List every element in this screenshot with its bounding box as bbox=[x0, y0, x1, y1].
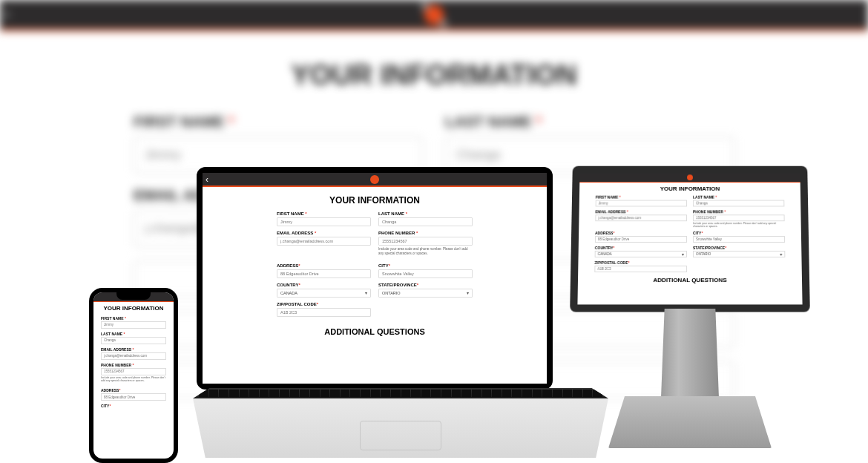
country-label: COUNTRY* bbox=[277, 283, 371, 287]
phone-input[interactable]: 15551234567 bbox=[378, 237, 473, 246]
phone-label: PHONE NUMBER * bbox=[693, 209, 785, 214]
address-label: ADDRESS* bbox=[101, 388, 166, 393]
address-label: ADDRESS* bbox=[277, 263, 371, 268]
logo-icon bbox=[424, 5, 444, 24]
last-name-label: LAST NAME * bbox=[693, 195, 784, 200]
phone-hint: Include your area code and phone number.… bbox=[101, 376, 166, 382]
bg-page-title: YOUR INFORMATION bbox=[134, 59, 734, 91]
page-title: YOUR INFORMATION bbox=[596, 185, 784, 192]
phone-input[interactable]: 15551234567 bbox=[693, 214, 785, 221]
logo-icon bbox=[687, 174, 693, 180]
kiosk-mockup: YOUR INFORMATION FIRST NAME * Jimmy LAST… bbox=[571, 165, 809, 448]
address-input[interactable]: 88 Edgeauditor Drive bbox=[101, 393, 166, 401]
state-select[interactable]: ONTARIO▾ bbox=[693, 251, 785, 257]
last-name-label: LAST NAME * bbox=[101, 332, 166, 336]
phone-hint: Include your area code and phone number.… bbox=[693, 222, 785, 228]
country-label: COUNTRY* bbox=[595, 246, 687, 250]
city-label: CITY* bbox=[693, 231, 785, 235]
address-input[interactable]: 88 Edgeauditor Drive bbox=[595, 236, 687, 243]
first-name-input[interactable]: Jimmy bbox=[277, 217, 371, 226]
kiosk-screen: YOUR INFORMATION FIRST NAME * Jimmy LAST… bbox=[570, 166, 810, 312]
address-input[interactable]: 88 Edgeauditor Drive bbox=[277, 269, 371, 278]
phone-label: PHONE NUMBER * bbox=[101, 363, 166, 367]
chevron-down-icon: ▾ bbox=[365, 290, 367, 295]
first-name-input[interactable]: Jimmy bbox=[101, 321, 166, 329]
first-name-label: FIRST NAME * bbox=[277, 211, 371, 216]
laptop-screen: ‹ YOUR INFORMATION FIRST NAME * Jimmy LA… bbox=[197, 167, 553, 390]
bg-last-name-label: LAST NAME * bbox=[445, 114, 542, 131]
zip-input[interactable]: A1B 2C3 bbox=[594, 266, 687, 272]
email-input[interactable]: j.changa@emailaddress.com bbox=[595, 214, 687, 221]
country-select[interactable]: CANADA▾ bbox=[277, 289, 371, 298]
back-icon[interactable]: ‹ bbox=[206, 173, 208, 186]
additional-questions-title: ADDITIONAL QUESTIONS bbox=[594, 277, 786, 283]
laptop-base bbox=[193, 388, 556, 458]
email-label: EMAIL ADDRESS * bbox=[101, 347, 166, 352]
trackpad bbox=[360, 421, 441, 450]
back-icon: ‹ bbox=[4, 4, 10, 24]
first-name-label: FIRST NAME * bbox=[596, 195, 687, 200]
email-label: EMAIL ADDRESS * bbox=[595, 209, 687, 214]
chevron-down-icon: ▾ bbox=[780, 252, 782, 257]
zip-label: ZIP/POSTAL CODE* bbox=[277, 302, 371, 306]
last-name-label: LAST NAME * bbox=[378, 211, 473, 216]
laptop-header: ‹ bbox=[203, 173, 547, 186]
page-title: YOUR INFORMATION bbox=[277, 195, 473, 206]
state-label: STATE/PROVINCE* bbox=[693, 246, 785, 250]
email-input[interactable]: j.changa@emailaddress.com bbox=[101, 352, 166, 360]
state-label: STATE/PROVINCE* bbox=[378, 283, 473, 287]
bg-first-name-label: FIRST NAME * bbox=[134, 114, 234, 131]
country-select[interactable]: CANADA▾ bbox=[595, 251, 687, 257]
city-label: CITY* bbox=[378, 263, 473, 268]
city-input[interactable]: Snowwhite Valley bbox=[378, 269, 473, 278]
additional-questions-title: ADDITIONAL QUESTIONS bbox=[277, 327, 473, 336]
state-select[interactable]: ONTARIO▾ bbox=[378, 289, 473, 298]
email-input[interactable]: j.changa@emailaddress.com bbox=[277, 237, 371, 246]
page-title: YOUR INFORMATION bbox=[101, 306, 166, 312]
last-name-input[interactable]: Changa bbox=[101, 337, 166, 344]
last-name-input[interactable]: Changa bbox=[693, 200, 784, 207]
zip-input[interactable]: A1B 2C3 bbox=[277, 308, 371, 317]
chevron-down-icon: ▾ bbox=[467, 290, 469, 295]
first-name-label: FIRST NAME * bbox=[101, 316, 166, 321]
kiosk-neck bbox=[661, 309, 719, 398]
logo-icon bbox=[370, 175, 379, 184]
phone-input[interactable]: 15551234567 bbox=[101, 368, 166, 375]
phone-notch bbox=[116, 292, 151, 300]
bg-header: ‹ bbox=[0, 0, 868, 30]
chevron-down-icon: ▾ bbox=[682, 252, 684, 257]
zip-label: ZIP/POSTAL CODE* bbox=[594, 260, 687, 265]
kiosk-base bbox=[608, 396, 772, 448]
phone-mockup: YOUR INFORMATION FIRST NAME * Jimmy LAST… bbox=[89, 288, 178, 463]
phone-label: PHONE NUMBER * bbox=[378, 231, 473, 235]
laptop-mockup: ‹ YOUR INFORMATION FIRST NAME * Jimmy LA… bbox=[193, 167, 556, 458]
last-name-input[interactable]: Changa bbox=[378, 217, 473, 226]
kiosk-header bbox=[579, 173, 800, 182]
city-label: CITY* bbox=[101, 404, 166, 408]
email-label: EMAIL ADDRESS * bbox=[277, 231, 371, 235]
address-label: ADDRESS* bbox=[595, 231, 687, 235]
first-name-input[interactable]: Jimmy bbox=[596, 200, 687, 207]
city-input[interactable]: Snowwhite Valley bbox=[693, 236, 785, 243]
phone-hint: Include your area code and phone number.… bbox=[378, 247, 473, 256]
